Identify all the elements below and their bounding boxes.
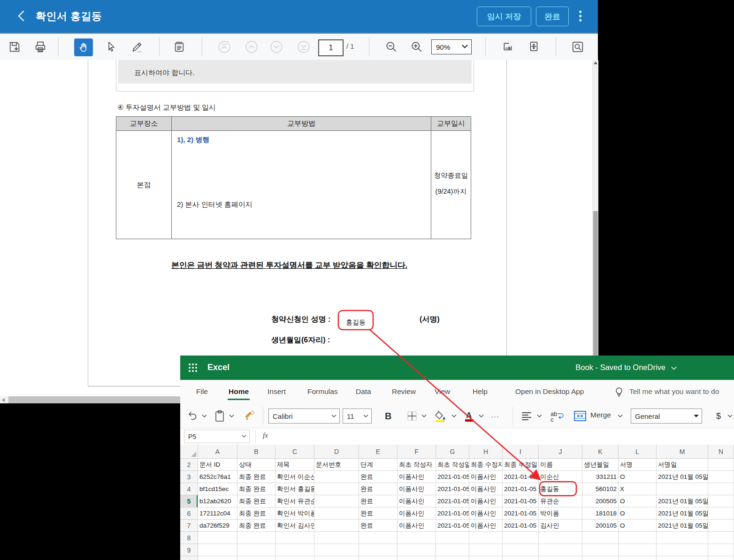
notes-icon[interactable]: [173, 41, 186, 53]
cell-K2[interactable]: 생년월일: [582, 459, 619, 471]
cell-H9[interactable]: [469, 544, 503, 556]
select-all-corner[interactable]: [180, 445, 198, 459]
cell-F4[interactable]: 이폼사인: [398, 483, 436, 495]
cell-I8[interactable]: [503, 532, 539, 544]
cell-name-box[interactable]: P5: [184, 430, 250, 443]
cell-E4[interactable]: 완료: [359, 483, 398, 495]
cell-A9[interactable]: [198, 544, 237, 556]
cell-B2[interactable]: 상태: [237, 459, 275, 471]
cell-C7[interactable]: 확인서 김사인: [275, 520, 314, 532]
cell-K10[interactable]: [582, 556, 619, 560]
cell-N9[interactable]: [708, 544, 734, 556]
cell-K5[interactable]: 200505: [582, 495, 619, 507]
zoom-level-select[interactable]: 90%: [431, 39, 472, 54]
cell-D8[interactable]: [314, 532, 359, 544]
cell-H7[interactable]: 이폼사인: [469, 520, 503, 532]
row-header-3[interactable]: 3: [180, 471, 198, 483]
cell-N5[interactable]: [708, 495, 734, 507]
chevron-down-icon[interactable]: [479, 415, 484, 418]
select-tool-icon[interactable]: [105, 41, 117, 53]
cell-M7[interactable]: 2021년 01월 05일: [657, 520, 708, 532]
menu-tab-data[interactable]: Data: [356, 387, 371, 396]
cell-A3[interactable]: 6252c76a1: [198, 471, 237, 483]
cell-F10[interactable]: [398, 556, 436, 560]
cell-E7[interactable]: 완료: [359, 520, 398, 532]
cell-E9[interactable]: [359, 544, 398, 556]
cell-I10[interactable]: [503, 556, 539, 560]
column-header-N[interactable]: N: [708, 445, 734, 459]
column-header-D[interactable]: D: [314, 445, 359, 459]
borders-icon[interactable]: [406, 410, 418, 422]
menu-tab-review[interactable]: Review: [392, 387, 416, 396]
cell-F2[interactable]: 최초 작성자: [398, 459, 436, 471]
cell-H2[interactable]: 최종 수정자: [469, 459, 503, 471]
more-menu-icon[interactable]: •••: [579, 10, 582, 23]
cell-L7[interactable]: O: [619, 520, 657, 532]
cell-C4[interactable]: 확인서 홍길동: [275, 483, 314, 495]
cell-M2[interactable]: 서명일: [657, 459, 708, 471]
column-header-L[interactable]: L: [619, 445, 657, 459]
menu-tab-view[interactable]: View: [435, 387, 450, 396]
cell-N6[interactable]: [708, 507, 734, 520]
cell-F5[interactable]: 이폼사인: [398, 495, 436, 507]
cell-M9[interactable]: [657, 544, 708, 556]
cell-B8[interactable]: [237, 532, 275, 544]
cell-M4[interactable]: [657, 483, 708, 495]
cell-H5[interactable]: 이폼사인: [469, 495, 503, 507]
cell-C5[interactable]: 확인서 유관순: [275, 495, 314, 507]
cell-I9[interactable]: [503, 544, 539, 556]
cell-D9[interactable]: [314, 544, 359, 556]
cell-M5[interactable]: 2021년 01월 05일: [657, 495, 708, 507]
column-header-G[interactable]: G: [436, 445, 469, 459]
cell-K9[interactable]: [582, 544, 619, 556]
chevron-down-icon[interactable]: [421, 415, 427, 418]
cell-L2[interactable]: 서명: [619, 459, 657, 471]
cell-N4[interactable]: [708, 483, 734, 495]
cell-N8[interactable]: [708, 532, 734, 544]
pen-tool-icon[interactable]: [131, 41, 144, 53]
cell-G6[interactable]: 2021-01-05: [436, 507, 469, 520]
column-header-H[interactable]: H: [469, 445, 503, 459]
cell-M6[interactable]: 2021년 01월 05일: [657, 507, 708, 520]
font-name-select[interactable]: Calibri: [268, 409, 340, 424]
cell-B3[interactable]: 최종 완료: [237, 471, 275, 483]
fit-width-icon[interactable]: [502, 40, 515, 53]
save-icon[interactable]: [8, 41, 21, 53]
row-header-8[interactable]: 8: [180, 532, 198, 544]
cell-I4[interactable]: 2021-01-05: [503, 483, 539, 495]
cell-F9[interactable]: [398, 544, 436, 556]
cell-L6[interactable]: O: [619, 507, 657, 520]
app-launcher-icon[interactable]: [188, 363, 198, 373]
row-header-9[interactable]: 9: [180, 544, 198, 556]
formula-input[interactable]: [274, 430, 731, 443]
font-color-icon[interactable]: A: [464, 410, 475, 422]
cell-E5[interactable]: 완료: [359, 495, 398, 507]
merge-cells-icon[interactable]: [573, 410, 587, 422]
page-number-input[interactable]: 1: [318, 39, 344, 56]
currency-format-icon[interactable]: $: [716, 411, 721, 421]
row-header-4[interactable]: 4: [180, 483, 198, 495]
temp-save-button[interactable]: 임시 저장: [477, 7, 531, 26]
more-options-icon[interactable]: ···: [491, 412, 499, 420]
row-header-7[interactable]: 7: [180, 520, 198, 532]
font-size-select[interactable]: 11: [343, 409, 372, 424]
cell-L9[interactable]: [619, 544, 657, 556]
cell-A8[interactable]: [198, 532, 237, 544]
cell-L3[interactable]: O: [619, 471, 657, 483]
cell-I7[interactable]: 2021-01-05: [503, 520, 539, 532]
cell-I6[interactable]: 2021-01-05: [503, 507, 539, 520]
menu-tab-insert[interactable]: Insert: [268, 387, 286, 396]
cell-D5[interactable]: [314, 495, 359, 507]
cell-F7[interactable]: 이폼사인: [398, 520, 436, 532]
menu-tab-help[interactable]: Help: [473, 387, 488, 396]
fit-page-icon[interactable]: [528, 40, 541, 53]
number-format-select[interactable]: General: [631, 409, 702, 424]
menu-tab-formulas[interactable]: Formulas: [307, 387, 338, 396]
cell-B9[interactable]: [237, 544, 275, 556]
cell-L10[interactable]: [619, 556, 657, 560]
cell-F3[interactable]: 이폼사인: [398, 471, 436, 483]
column-header-A[interactable]: A: [198, 445, 237, 459]
cell-G2[interactable]: 최초 작성일: [436, 459, 469, 471]
cell-C9[interactable]: [275, 544, 314, 556]
complete-button[interactable]: 완료: [536, 7, 569, 26]
